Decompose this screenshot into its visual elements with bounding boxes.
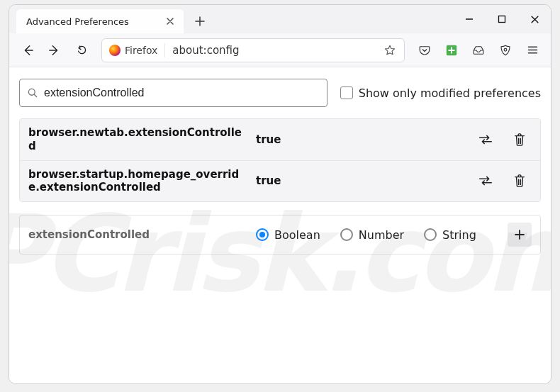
radio-label: Boolean (274, 228, 320, 242)
preference-value: true (252, 174, 466, 187)
identity-box[interactable]: Firefox (106, 43, 165, 57)
checkbox-icon (340, 86, 353, 99)
inbox-icon[interactable] (467, 39, 490, 62)
titlebar: Advanced Preferences (9, 5, 551, 33)
minimize-button[interactable] (453, 5, 486, 33)
radio-label: Number (359, 228, 404, 242)
row-actions (474, 169, 532, 193)
add-button[interactable] (508, 223, 532, 247)
window-controls (453, 5, 551, 33)
preference-results: browser.newtab.extensionControlled true … (19, 118, 541, 202)
browser-window: Advanced Preferences (9, 4, 551, 384)
preference-row: browser.startup.homepage_override.extens… (20, 161, 540, 202)
svg-rect-0 (499, 16, 505, 23)
back-button[interactable] (16, 39, 39, 62)
firefox-logo-icon (109, 45, 121, 56)
shield-icon[interactable] (494, 39, 517, 62)
reload-button[interactable] (70, 39, 93, 62)
identity-label: Firefox (125, 45, 157, 56)
close-window-button[interactable] (518, 5, 551, 33)
radio-icon (256, 228, 269, 241)
search-row: Show only modified preferences (19, 79, 541, 107)
about-config-content: PCrisk.com Show only modified preference… (9, 67, 551, 383)
show-modified-checkbox[interactable]: Show only modified preferences (340, 86, 541, 100)
delete-icon[interactable] (508, 128, 532, 152)
svg-point-3 (28, 89, 35, 95)
maximize-button[interactable] (486, 5, 518, 33)
pocket-icon[interactable] (413, 39, 436, 62)
delete-icon[interactable] (508, 169, 532, 193)
preference-name: browser.startup.homepage_override.extens… (28, 168, 245, 195)
toggle-icon[interactable] (474, 169, 498, 193)
type-radio-group: Boolean Number String (256, 228, 496, 242)
url-bar[interactable]: Firefox about:config (101, 38, 405, 62)
extension-icon[interactable] (440, 39, 463, 62)
type-radio-boolean[interactable]: Boolean (256, 228, 320, 242)
forward-button[interactable] (43, 39, 66, 62)
tab-title: Advanced Preferences (26, 16, 129, 27)
browser-tab[interactable]: Advanced Preferences (16, 9, 184, 33)
app-menu-icon[interactable] (521, 39, 544, 62)
add-preference-row: extensionControlled Boolean Number Strin… (19, 215, 541, 254)
svg-point-2 (504, 48, 507, 51)
preference-name: browser.newtab.extensionControlled (28, 126, 245, 153)
preference-value: true (252, 133, 466, 146)
search-input[interactable] (44, 86, 320, 99)
preference-row: browser.newtab.extensionControlled true (20, 119, 540, 161)
radio-icon (340, 228, 353, 241)
radio-icon (424, 228, 437, 241)
close-tab-icon[interactable] (164, 15, 177, 28)
bookmark-star-icon[interactable] (380, 40, 400, 60)
type-radio-string[interactable]: String (424, 228, 476, 242)
radio-label: String (442, 228, 476, 242)
address-text: about:config (165, 44, 380, 57)
navigation-toolbar: Firefox about:config (9, 33, 551, 67)
search-icon (27, 87, 38, 99)
checkbox-label: Show only modified preferences (359, 86, 541, 100)
type-radio-number[interactable]: Number (340, 228, 404, 242)
new-tab-button[interactable] (189, 11, 211, 32)
add-preference-name: extensionControlled (28, 228, 245, 241)
row-actions (474, 128, 532, 152)
search-box[interactable] (19, 79, 327, 107)
toggle-icon[interactable] (474, 128, 498, 152)
